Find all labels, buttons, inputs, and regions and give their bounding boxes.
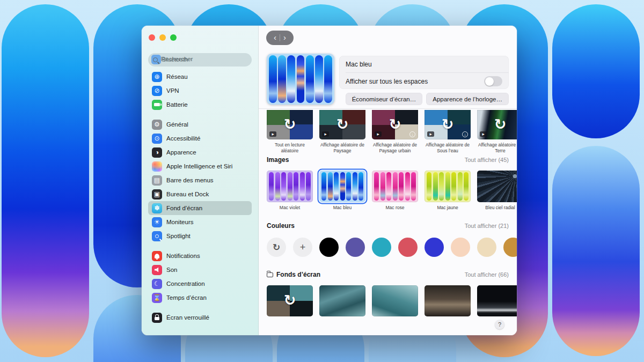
wallpaper-cell[interactable] bbox=[425, 285, 471, 316]
forward-button[interactable]: › bbox=[283, 33, 286, 41]
bell-icon bbox=[152, 251, 162, 261]
wallpaper-thumb[interactable] bbox=[372, 285, 418, 316]
show-all-spaces-label: Afficher sur tous les espaces bbox=[346, 78, 428, 85]
wallpaper-thumb-selected[interactable] bbox=[319, 171, 365, 202]
color-swatch[interactable] bbox=[346, 238, 365, 257]
traffic-lights bbox=[149, 34, 177, 41]
sidebar-item-ecran-verrouille[interactable]: Écran verrouillé bbox=[148, 311, 252, 324]
wallpaper-cell[interactable]: ↻ bbox=[267, 285, 313, 316]
sidebar-item-son[interactable]: Son bbox=[148, 263, 252, 277]
sidebar-item-notifications[interactable]: Notifications bbox=[148, 249, 252, 263]
shuffle-icon: ↻ bbox=[494, 115, 507, 132]
sidebar-item-concentration[interactable]: ☾ Concentration bbox=[148, 277, 252, 291]
wallpaper-cell[interactable]: Bleu ciel radial bbox=[477, 171, 517, 211]
wallpaper-thumb[interactable]: ↻ ▶ bbox=[267, 110, 313, 139]
moon-icon: ☾ bbox=[152, 279, 162, 289]
current-wallpaper-preview bbox=[267, 54, 334, 105]
sidebar-item-reseau[interactable]: ⊕ Réseau bbox=[148, 70, 252, 84]
colors-show-all-link[interactable]: Tout afficher (21) bbox=[465, 223, 509, 229]
color-swatch[interactable] bbox=[477, 238, 496, 257]
siri-icon bbox=[152, 161, 162, 172]
sidebar-item-fond-decran[interactable]: ✽ Fond d’écran bbox=[148, 201, 252, 215]
wallpaper-thumb[interactable] bbox=[372, 171, 418, 202]
sidebar-list: ⊕ Réseau ⊘ VPN Batterie ⚙ Général ⊙ bbox=[148, 70, 252, 324]
wallpaper-thumb[interactable]: ↻ bbox=[267, 285, 313, 316]
sidebar-item-general[interactable]: ⚙ Général bbox=[148, 117, 252, 131]
wallpaper-cell[interactable]: Mac bleu bbox=[319, 171, 365, 211]
wallpaper-thumb[interactable] bbox=[267, 171, 313, 202]
folders-show-all-link[interactable]: Tout afficher (66) bbox=[465, 271, 509, 278]
wallpaper-thumb[interactable] bbox=[477, 285, 517, 316]
wallpaper-thumb[interactable] bbox=[425, 285, 471, 316]
sidebar-item-barre-des-menus[interactable]: ▤ Barre des menus bbox=[148, 173, 252, 187]
search-input[interactable]: Bluetooth Rechercher bbox=[148, 53, 252, 67]
sidebar-item-spotlight[interactable]: Spotlight bbox=[148, 229, 252, 243]
shuffle-icon: ↻ bbox=[284, 115, 296, 132]
menu-bar-icon: ▤ bbox=[152, 175, 162, 186]
sidebar-item-moniteurs[interactable]: ☀ Moniteurs bbox=[148, 215, 252, 229]
wallpaper-thumb[interactable] bbox=[425, 171, 471, 202]
back-button[interactable]: ‹ bbox=[274, 33, 276, 41]
appearance-icon: ◑ bbox=[152, 147, 162, 158]
wallpaper-thumb[interactable]: ↻ ▶ ↓ bbox=[372, 110, 418, 139]
play-icon: ▶ bbox=[427, 131, 434, 137]
wallpaper-cell[interactable]: Mac violet bbox=[267, 171, 313, 211]
wallpaper-cell[interactable]: Mac rose bbox=[372, 171, 418, 211]
shuffle-icon: ↻ bbox=[389, 115, 401, 132]
close-button[interactable] bbox=[149, 34, 155, 41]
lock-icon bbox=[152, 313, 162, 323]
shuffle-wallpapers-row: ↻ ▶ Tout en lecture aléatoire ↻ ▶ Affich… bbox=[267, 110, 517, 154]
wallpaper-cell[interactable]: ↻ ▶ Affichage aléatoire de Terre bbox=[477, 110, 517, 154]
wallpaper-cell[interactable] bbox=[372, 285, 418, 316]
colors-row: ↻ + bbox=[267, 238, 517, 257]
wallpaper-thumb[interactable]: ↻ ▶ ↓ bbox=[425, 110, 471, 139]
sidebar-item-bureau-et-dock[interactable]: ▣ Bureau et Dock bbox=[148, 187, 252, 201]
wallpaper-cell[interactable]: ↻ ▶ ↓ Affichage aléatoire de Paysage urb… bbox=[372, 110, 418, 154]
color-swatch[interactable] bbox=[451, 238, 470, 257]
sidebar: Bluetooth Rechercher ⊕ Réseau ⊘ VPN Batt… bbox=[142, 26, 259, 335]
screensaver-button[interactable]: Économiseur d’écran… bbox=[346, 93, 423, 105]
help-button[interactable]: ? bbox=[495, 320, 504, 329]
header-divider bbox=[259, 108, 517, 109]
minimize-button[interactable] bbox=[159, 34, 166, 41]
color-swatch[interactable] bbox=[398, 238, 418, 257]
wallpaper-pill bbox=[2, 4, 89, 357]
color-swatch[interactable] bbox=[372, 238, 391, 257]
wallpaper-cell[interactable] bbox=[477, 285, 517, 316]
wallpaper-cell[interactable]: ↻ ▶ ↓ Affichage aléatoire de Sous l’eau bbox=[425, 110, 471, 154]
wallpaper-cell[interactable]: ↻ ▶ Affichage aléatoire de Paysage bbox=[319, 110, 365, 154]
images-row: Mac violet Mac bleu Mac rose bbox=[267, 171, 517, 211]
wallpaper-thumb[interactable]: ↻ ▶ bbox=[319, 110, 365, 139]
sidebar-item-vpn[interactable]: ⊘ VPN bbox=[148, 84, 252, 98]
wallpaper-thumb[interactable] bbox=[477, 171, 517, 202]
show-all-spaces-toggle[interactable] bbox=[484, 76, 502, 86]
zoom-button[interactable] bbox=[170, 34, 177, 41]
color-swatch[interactable] bbox=[319, 238, 339, 257]
images-show-all-link[interactable]: Tout afficher (45) bbox=[465, 157, 509, 163]
sidebar-item-apple-intelligence-siri[interactable]: Apple Intelligence et Siri bbox=[148, 159, 252, 173]
search-placeholder: Rechercher bbox=[161, 56, 193, 62]
play-icon: ▶ bbox=[375, 131, 382, 137]
wallpaper-pill bbox=[552, 4, 640, 138]
desktop-dock-icon: ▣ bbox=[152, 189, 162, 200]
add-color-button[interactable]: + bbox=[293, 238, 312, 257]
wallpaper-options-group: Mac bleu Afficher sur tous les espaces bbox=[339, 56, 509, 89]
sidebar-item-apparence[interactable]: ◑ Apparence bbox=[148, 145, 252, 159]
clock-appearance-button[interactable]: Apparence de l’horloge… bbox=[426, 93, 509, 105]
sidebar-item-batterie[interactable]: Batterie bbox=[148, 98, 252, 112]
sidebar-item-accessibilite[interactable]: ⊙ Accessibilité bbox=[148, 131, 252, 145]
battery-icon bbox=[152, 100, 162, 110]
color-swatch[interactable] bbox=[503, 238, 517, 257]
color-shuffle-button[interactable]: ↻ bbox=[267, 238, 286, 257]
wallpaper-thumb[interactable] bbox=[319, 285, 365, 316]
wallpaper-cell[interactable] bbox=[319, 285, 365, 316]
wallpaper-cell[interactable]: Mac jaune bbox=[425, 171, 471, 211]
sidebar-item-temps-decran[interactable]: ⌛ Temps d’écran bbox=[148, 291, 252, 305]
search-icon bbox=[153, 57, 158, 62]
wallpaper-thumb[interactable]: ↻ ▶ bbox=[477, 110, 517, 139]
colors-title: Couleurs bbox=[267, 222, 295, 230]
wallpaper-cell[interactable]: ↻ ▶ Tout en lecture aléatoire bbox=[267, 110, 313, 154]
shuffle-icon: ↻ bbox=[336, 115, 349, 132]
network-globe-icon: ⊕ bbox=[152, 72, 162, 82]
color-swatch[interactable] bbox=[425, 238, 444, 257]
